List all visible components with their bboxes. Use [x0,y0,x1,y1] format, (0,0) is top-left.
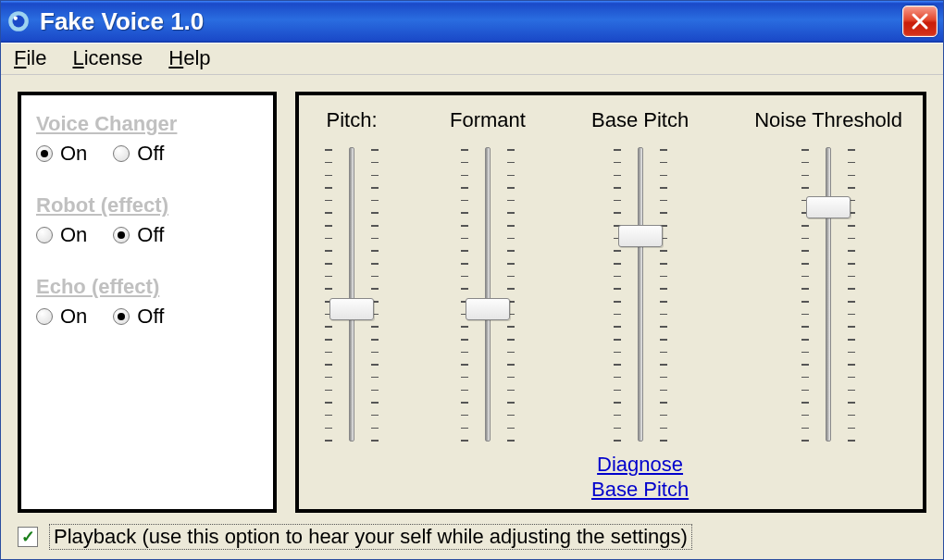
client-area: Voice Changer On Off Robot (effect) On O… [1,75,943,559]
playback-label: Playback (use this option to hear your s… [49,524,692,550]
playback-checkbox[interactable] [18,527,38,547]
echo-title: Echo (effect) [36,275,258,299]
pitch-slider-col: Pitch: [319,108,384,502]
slider-row: Pitch: Formant Base Pitch Diagnose [319,108,902,502]
window-title: Fake Voice 1.0 [40,7,902,36]
echo-on-radio[interactable]: On [36,305,87,329]
echo-off-radio[interactable]: Off [113,305,164,329]
noise-threshold-slider[interactable] [796,142,861,447]
noise-threshold-label: Noise Threshold [754,108,902,132]
voice-changer-group: Voice Changer On Off [36,112,258,166]
formant-slider-col: Formant [450,108,526,502]
menu-bar: File License Help [1,43,943,76]
formant-slider[interactable] [455,142,520,447]
panels: Voice Changer On Off Robot (effect) On O… [18,92,926,513]
base-pitch-label: Base Pitch [591,108,689,132]
menu-license[interactable]: License [72,46,143,70]
voice-changer-title: Voice Changer [36,112,258,136]
robot-title: Robot (effect) [36,193,258,218]
title-bar: Fake Voice 1.0 [1,1,943,43]
robot-group: Robot (effect) On Off [36,193,258,247]
noise-threshold-slider-col: Noise Threshold [754,108,902,502]
playback-row: Playback (use this option to hear your s… [18,524,926,550]
pitch-slider[interactable] [319,142,384,447]
formant-label: Formant [450,108,526,132]
diagnose-base-pitch-link[interactable]: Diagnose Base Pitch [591,453,689,502]
sliders-panel: Pitch: Formant Base Pitch Diagnose [295,92,926,513]
close-button[interactable] [902,6,938,37]
pitch-label: Pitch: [326,108,377,132]
close-icon [911,12,929,31]
base-pitch-slider[interactable] [608,142,673,447]
menu-help[interactable]: Help [168,46,210,70]
app-icon [6,9,31,33]
effects-panel: Voice Changer On Off Robot (effect) On O… [18,92,277,513]
voice-changer-off-radio[interactable]: Off [113,142,164,166]
svg-point-2 [14,17,18,20]
main-window: Fake Voice 1.0 File License Help Voice C… [0,0,944,560]
base-pitch-slider-col: Base Pitch Diagnose Base Pitch [591,108,689,502]
robot-on-radio[interactable]: On [36,223,87,247]
menu-file[interactable]: File [14,46,46,70]
voice-changer-on-radio[interactable]: On [36,142,87,166]
robot-off-radio[interactable]: Off [113,223,164,247]
echo-group: Echo (effect) On Off [36,275,258,329]
